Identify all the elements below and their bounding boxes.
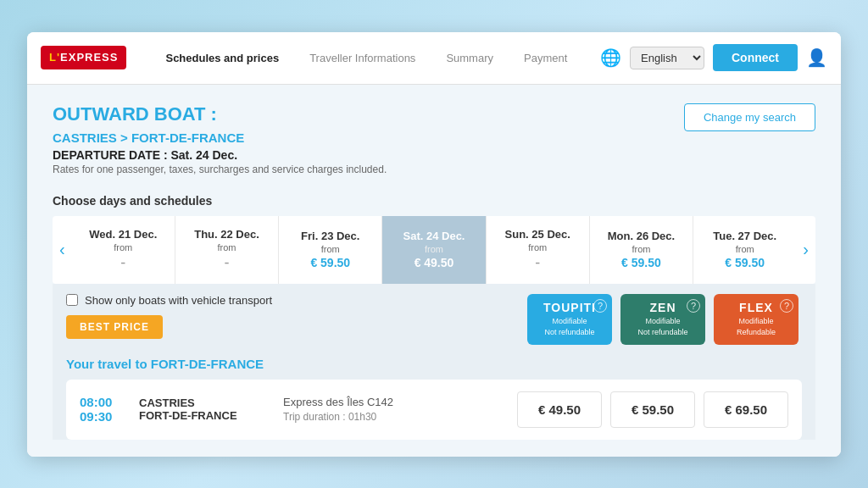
next-date-arrow[interactable]: › (796, 216, 815, 284)
price-1: - (225, 254, 230, 272)
day-label-2: Fri. 23 Dec. (301, 230, 359, 242)
toupiti-help-icon[interactable]: ? (593, 299, 607, 313)
travel-row-card: 08:00 09:30 CASTRIES FORT-DE-FRANCE Expr… (66, 380, 802, 440)
fare-type-toupiti[interactable]: ? TOUPITI Modifiable Not refundable (527, 294, 612, 345)
price-toupiti-button[interactable]: € 49.50 (517, 391, 602, 428)
departure-date: DEPARTURE DATE : Sat. 24 Dec. (53, 148, 387, 162)
day-label-1: Thu. 22 Dec. (194, 228, 259, 241)
language-select[interactable]: English Français (630, 47, 704, 69)
from-label-4: from (528, 242, 547, 252)
day-label-3: Sat. 24 Dec. (403, 230, 465, 242)
logo: L'EXPRESS (41, 46, 126, 69)
nav-steps: Schedules and prices Traveller Informati… (150, 52, 600, 64)
vehicle-transport-checkbox[interactable] (66, 294, 78, 306)
fare-types-row: ? TOUPITI Modifiable Not refundable ? ZE… (527, 294, 802, 345)
departure-station: CASTRIES (139, 396, 249, 409)
date-cell-1[interactable]: Thu. 22 Dec. from - (175, 216, 278, 284)
flex-info: Modifiable Refundable (737, 316, 776, 337)
user-icon[interactable]: 👤 (806, 47, 827, 68)
from-label-2: from (321, 244, 340, 254)
price-zen-button[interactable]: € 59.50 (610, 391, 695, 428)
nav-step-traveller[interactable]: Traveller Informations (294, 52, 431, 64)
from-label-1: from (218, 242, 236, 252)
stations-col: CASTRIES FORT-DE-FRANCE (139, 396, 249, 422)
departure-time: 08:00 (80, 395, 131, 409)
nav-step-summary[interactable]: Summary (431, 52, 509, 64)
ferry-name: Express des Îles C142 (283, 396, 509, 408)
price-6: € 59.50 (725, 256, 765, 269)
day-label-6: Tue. 27 Dec. (713, 230, 776, 242)
zen-info: Modifiable Not refundable (637, 316, 687, 337)
travel-section-title: Your travel to FORT-DE-FRANCE (66, 357, 802, 371)
day-label-4: Sun. 25 Dec. (505, 228, 570, 241)
date-cell-4[interactable]: Sun. 25 Dec. from - (486, 216, 589, 284)
vehicle-checkbox-row: Show only boats with vehicle transport (66, 294, 272, 307)
nav-step-payment[interactable]: Payment (509, 52, 582, 64)
flex-name: FLEX (739, 301, 773, 314)
from-label-5: from (632, 244, 650, 254)
nav-right: 🌐 English Français Connect 👤 (600, 44, 827, 71)
outward-title: OUTWARD BOAT : (53, 103, 387, 125)
date-cell-2[interactable]: Fri. 23 Dec. from € 59.50 (278, 216, 381, 284)
main-content: OUTWARD BOAT : CASTRIES > FORT-DE-FRANCE… (27, 85, 841, 457)
from-label-0: from (114, 242, 132, 252)
trip-duration: Trip duration : 01h30 (283, 411, 509, 423)
flex-help-icon[interactable]: ? (780, 299, 793, 313)
main-nav: L'EXPRESS Schedules and prices Traveller… (27, 32, 841, 85)
best-price-button[interactable]: BEST PRICE (66, 315, 163, 339)
zen-help-icon[interactable]: ? (687, 299, 700, 313)
price-2: € 59.50 (310, 256, 350, 269)
times-col: 08:00 09:30 (80, 395, 131, 424)
day-label-0: Wed. 21 Dec. (89, 228, 157, 241)
arrival-station: FORT-DE-FRANCE (139, 409, 249, 422)
date-cell-5[interactable]: Mon. 26 Dec. from € 59.50 (589, 216, 693, 284)
price-5: € 59.50 (621, 256, 661, 269)
day-label-5: Mon. 26 Dec. (608, 230, 675, 242)
price-flex-button[interactable]: € 69.50 (704, 391, 788, 428)
date-cell-6[interactable]: Tue. 27 Dec. from € 59.50 (693, 216, 796, 284)
toupiti-name: TOUPITI (543, 301, 596, 314)
from-label-6: from (736, 244, 754, 254)
fare-type-zen[interactable]: ? ZEN Modifiable Not refundable (620, 294, 705, 345)
route-label: CASTRIES > FORT-DE-FRANCE (53, 130, 387, 145)
date-cell-3[interactable]: Sat. 24 Dec. from € 49.50 (381, 216, 485, 284)
date-cell-0[interactable]: Wed. 21 Dec. from - (72, 216, 175, 284)
connect-button[interactable]: Connect (713, 44, 798, 71)
info-col: Express des Îles C142 Trip duration : 01… (258, 396, 509, 423)
filter-section: Show only boats with vehicle transport B… (53, 284, 815, 440)
logo-area: L'EXPRESS (41, 46, 126, 69)
date-selector: ‹ Wed. 21 Dec. from - Thu. 22 Dec. from … (53, 216, 815, 284)
price-4: - (535, 254, 540, 272)
price-3: € 49.50 (415, 256, 454, 269)
prev-date-arrow[interactable]: ‹ (53, 216, 72, 284)
from-label-3: from (425, 244, 443, 254)
fare-type-flex[interactable]: ? FLEX Modifiable Refundable (714, 294, 798, 345)
arrival-time: 09:30 (80, 409, 131, 424)
choose-days-label: Choose days and schedules (53, 194, 815, 208)
change-search-button[interactable]: Change my search (684, 103, 815, 131)
rates-note: Rates for one passenger, taxes, surcharg… (53, 164, 387, 175)
price-cols: € 49.50 € 59.50 € 69.50 (517, 391, 788, 428)
vehicle-checkbox-label: Show only boats with vehicle transport (85, 294, 272, 307)
nav-step-schedules[interactable]: Schedules and prices (150, 52, 294, 64)
globe-icon[interactable]: 🌐 (600, 47, 621, 68)
toupiti-info: Modifiable Not refundable (544, 316, 594, 337)
price-0: - (120, 254, 125, 272)
zen-name: ZEN (650, 301, 676, 314)
